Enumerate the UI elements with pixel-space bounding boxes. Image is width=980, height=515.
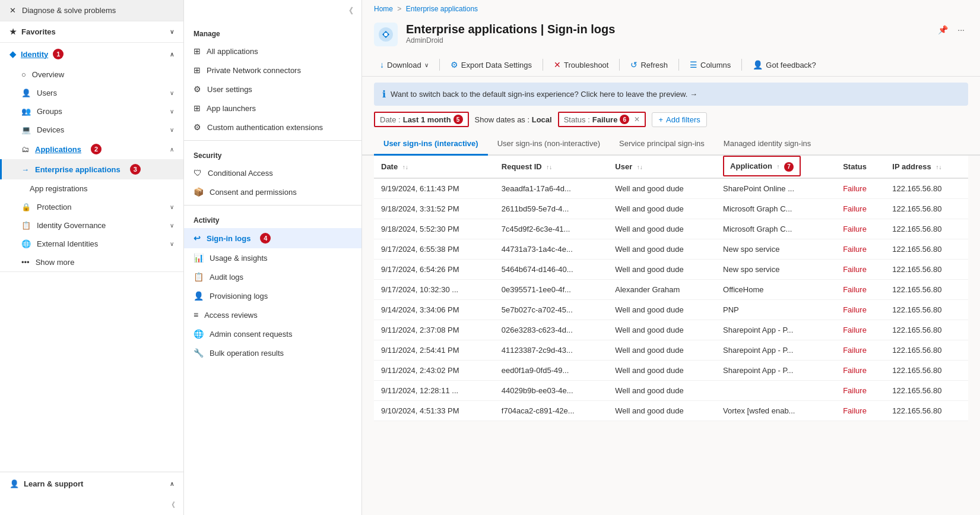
sidebar-item-enterprise-apps[interactable]: → Enterprise applications 3 bbox=[0, 159, 183, 179]
sidebar-item-app-registrations[interactable]: App registrations bbox=[0, 179, 183, 198]
sidebar-item-external-identities[interactable]: 🌐 External Identities ∨ bbox=[0, 235, 183, 253]
breadcrumb-separator: > bbox=[397, 5, 403, 13]
table-row[interactable]: 9/19/2024, 6:11:43 PM 3eaadfa1-17a6-4d..… bbox=[374, 178, 968, 199]
page-title: Enterprise applications | Sign-in logs bbox=[406, 23, 615, 36]
breadcrumb-section[interactable]: Enterprise applications bbox=[406, 5, 478, 13]
cell-request-id: 41123387-2c9d-43... bbox=[494, 340, 608, 360]
overview-icon: ○ bbox=[21, 70, 26, 79]
identity-label: Identity bbox=[21, 50, 48, 59]
cell-application bbox=[716, 380, 836, 400]
cell-request-id: 7c45d9f2-6c3e-41... bbox=[494, 219, 608, 239]
troubleshoot-button[interactable]: ✕ Troubleshoot bbox=[548, 57, 614, 72]
manage-item-signin-logs[interactable]: ↩ Sign-in logs 4 bbox=[184, 228, 361, 248]
tab-user-signin-interactive[interactable]: User sign-ins (interactive) bbox=[374, 133, 488, 156]
all-apps-label: All applications bbox=[207, 47, 258, 56]
refresh-icon: ↺ bbox=[630, 60, 638, 69]
sidebar-item-overview[interactable]: ○ Overview bbox=[0, 65, 183, 84]
cell-status: Failure bbox=[836, 198, 885, 219]
cell-user: Well and good dude bbox=[608, 299, 716, 320]
cell-user: Well and good dude bbox=[608, 360, 716, 380]
table-row[interactable]: 9/11/2024, 2:37:08 PM 026e3283-c623-4d..… bbox=[374, 320, 968, 340]
manage-item-access-reviews[interactable]: ≡ Access reviews bbox=[184, 305, 361, 324]
sidebar-item-groups[interactable]: 👥 Groups ∨ bbox=[0, 102, 183, 121]
sidebar-item-applications[interactable]: 🗂 Applications 2 ∧ bbox=[0, 139, 183, 159]
col-status[interactable]: Status bbox=[836, 156, 885, 178]
diagnose-icon: ✕ bbox=[9, 6, 16, 15]
status-filter-close-icon[interactable]: ✕ bbox=[634, 115, 640, 124]
tab-managed-identity-signin[interactable]: Managed identity sign-ins bbox=[714, 133, 820, 156]
manage-item-app-launchers[interactable]: ⊞ App launchers bbox=[184, 99, 361, 118]
status-filter-badge: 6 bbox=[620, 115, 629, 124]
sidebar-item-devices[interactable]: 💻 Devices ∨ bbox=[0, 121, 183, 139]
identity-header[interactable]: ◆ Identity 1 ∧ bbox=[0, 43, 183, 65]
protection-label: Protection bbox=[37, 203, 72, 211]
columns-button[interactable]: ☰ Columns bbox=[684, 57, 737, 72]
col-user[interactable]: User ↑↓ bbox=[608, 156, 716, 178]
cell-user: Well and good dude bbox=[608, 178, 716, 199]
table-row[interactable]: 9/14/2024, 3:34:06 PM 5e7b027c-a702-45..… bbox=[374, 299, 968, 320]
cell-ip: 122.165.56.80 bbox=[885, 320, 968, 340]
external-id-icon: 🌐 bbox=[21, 239, 31, 248]
download-button[interactable]: ↓ Download ∨ bbox=[374, 57, 435, 72]
manage-item-conditional-access[interactable]: 🛡 Conditional Access bbox=[184, 163, 361, 182]
manage-item-user-settings[interactable]: ⚙ User settings bbox=[184, 80, 361, 99]
sidebar-item-identity-governance[interactable]: 📋 Identity Governance ∨ bbox=[0, 216, 183, 235]
manage-panel-collapse-button[interactable]: 《 bbox=[341, 4, 357, 19]
manage-item-all-applications[interactable]: ⊞ All applications bbox=[184, 42, 361, 61]
manage-item-custom-auth[interactable]: ⚙ Custom authentication extensions bbox=[184, 118, 361, 137]
favorites-header[interactable]: ★ Favorites ∨ bbox=[0, 21, 183, 42]
export-settings-button[interactable]: ⚙ Export Data Settings bbox=[445, 57, 538, 72]
feedback-button[interactable]: 👤 Got feedback? bbox=[747, 57, 822, 72]
table-row[interactable]: 9/18/2024, 5:52:30 PM 7c45d9f2-6c3e-41..… bbox=[374, 219, 968, 239]
table-row[interactable]: 9/11/2024, 2:43:02 PM eed0f1a9-0fd5-49..… bbox=[374, 360, 968, 380]
manage-item-bulk-operations[interactable]: 🔧 Bulk operation results bbox=[184, 343, 361, 362]
date-filter-chip[interactable]: Date : Last 1 month 5 bbox=[374, 112, 469, 127]
table-row[interactable]: 9/17/2024, 10:32:30 ... 0e395571-1ee0-4f… bbox=[374, 279, 968, 299]
manage-panel: 《 Manage ⊞ All applications ⊞ Private Ne… bbox=[184, 0, 362, 515]
cell-status: Failure bbox=[836, 360, 885, 380]
sidebar-item-protection[interactable]: 🔒 Protection ∨ bbox=[0, 198, 183, 216]
cell-user: Well and good dude bbox=[608, 259, 716, 279]
status-filter-chip[interactable]: Status : Failure 6 ✕ bbox=[558, 112, 646, 127]
manage-item-provisioning-logs[interactable]: 👤 Provisioning logs bbox=[184, 286, 361, 305]
add-filters-button[interactable]: + Add filters bbox=[652, 112, 706, 127]
table-row[interactable]: 9/18/2024, 3:31:52 PM 2611bd59-5e7d-4...… bbox=[374, 198, 968, 219]
audit-logs-icon: 📋 bbox=[194, 272, 204, 282]
table-row[interactable]: 9/10/2024, 4:51:33 PM f704aca2-c891-42e.… bbox=[374, 400, 968, 421]
manage-item-private-network[interactable]: ⊞ Private Network connectors bbox=[184, 61, 361, 80]
col-date[interactable]: Date ↑↓ bbox=[374, 156, 494, 178]
cell-request-id: 44731a73-1a4c-4e... bbox=[494, 239, 608, 259]
sidebar-item-users[interactable]: 👤 Users ∨ bbox=[0, 84, 183, 102]
manage-item-audit-logs[interactable]: 📋 Audit logs bbox=[184, 267, 361, 286]
manage-item-admin-consent[interactable]: 🌐 Admin consent requests bbox=[184, 324, 361, 343]
pin-button[interactable]: 📌 bbox=[934, 23, 952, 37]
col-application[interactable]: Application ↑ 7 bbox=[716, 156, 836, 178]
tab-user-signin-noninteractive[interactable]: User sign-ins (non-interactive) bbox=[488, 133, 610, 156]
feedback-icon: 👤 bbox=[753, 60, 763, 69]
col-ip[interactable]: IP address ↑↓ bbox=[885, 156, 968, 178]
tab-service-principal-signin[interactable]: Service principal sign-ins bbox=[610, 133, 714, 156]
cell-user: Alexander Graham bbox=[608, 279, 716, 299]
manage-item-usage-insights[interactable]: 📊 Usage & insights bbox=[184, 248, 361, 267]
table-row[interactable]: 9/17/2024, 6:55:38 PM 44731a73-1a4c-4e..… bbox=[374, 239, 968, 259]
custom-auth-icon: ⚙ bbox=[194, 122, 201, 132]
sidebar-collapse-button[interactable]: 《 bbox=[164, 498, 179, 513]
sidebar-item-diagnose[interactable]: ✕ Diagnose & solve problems bbox=[0, 0, 183, 21]
learn-support-header[interactable]: 👤 Learn & support ∧ bbox=[9, 479, 174, 488]
col-request-id[interactable]: Request ID ↑↓ bbox=[494, 156, 608, 178]
toolbar-divider-3 bbox=[619, 59, 620, 71]
provisioning-logs-icon: 👤 bbox=[194, 291, 204, 301]
date-filter-label: Date : bbox=[380, 115, 401, 124]
custom-auth-label: Custom authentication extensions bbox=[207, 123, 323, 132]
sidebar-item-show-more[interactable]: ••• Show more bbox=[0, 253, 183, 271]
show-dates-value: Local bbox=[532, 115, 552, 124]
table-row[interactable]: 9/11/2024, 12:28:11 ... 44029b9b-ee03-4e… bbox=[374, 380, 968, 400]
breadcrumb-home[interactable]: Home bbox=[374, 5, 393, 13]
manage-item-consent[interactable]: 📦 Consent and permissions bbox=[184, 182, 361, 201]
more-button[interactable]: ··· bbox=[954, 23, 968, 37]
refresh-button[interactable]: ↺ Refresh bbox=[624, 57, 674, 72]
table-row[interactable]: 9/11/2024, 2:54:41 PM 41123387-2c9d-43..… bbox=[374, 340, 968, 360]
cell-user: Well and good dude bbox=[608, 340, 716, 360]
table-row[interactable]: 9/17/2024, 6:54:26 PM 5464b674-d146-40..… bbox=[374, 259, 968, 279]
info-text: Want to switch back to the default sign-… bbox=[391, 90, 697, 99]
